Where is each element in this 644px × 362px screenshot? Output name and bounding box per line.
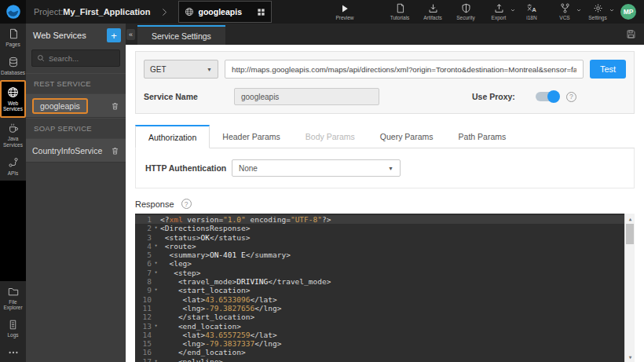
sidebar-item-logs[interactable]: Logs <box>0 315 26 342</box>
sidebar-item-apis[interactable]: APIs <box>0 152 26 181</box>
line-number: 10 <box>135 295 152 304</box>
security-icon <box>461 3 471 13</box>
line-number: 2 <box>135 224 152 232</box>
editor-line-9: 9▾ <start_location> <box>135 286 635 294</box>
fold-spacer <box>152 277 160 286</box>
editor-gutter: 13▾ <box>135 322 160 331</box>
trash-icon[interactable] <box>111 146 119 155</box>
fold-marker-icon[interactable]: ▾ <box>152 242 160 250</box>
service-name-field[interactable]: googleapis <box>234 88 379 105</box>
tab-service-settings[interactable]: Service Settings <box>137 25 225 45</box>
open-service-tab[interactable]: googleapis <box>178 1 272 23</box>
sidebar-item-label: Web Services <box>2 101 24 113</box>
editor-gutter: 5 <box>135 250 160 259</box>
sidebar-item-label: Logs <box>7 332 18 338</box>
response-help-icon[interactable]: ? <box>181 199 192 209</box>
http-auth-label: HTTP Authentication <box>145 163 232 173</box>
line-number: 17 <box>135 357 152 362</box>
editor-line-14: 14 <lat>43.6557259</lat> <box>135 331 635 339</box>
fold-marker-icon[interactable]: ▾ <box>152 224 160 232</box>
breadcrumb[interactable]: Project:My_First_Application <box>34 7 151 16</box>
breadcrumb-project-name: My_First_Application <box>63 7 150 16</box>
tab-body-params[interactable]: Body Params <box>293 125 368 148</box>
preview-button[interactable]: Preview <box>333 4 357 20</box>
test-button[interactable]: Test <box>590 60 626 79</box>
proxy-help-icon[interactable]: ? <box>566 92 576 102</box>
editor-line-7: 7▾ <step> <box>135 269 635 277</box>
globe-icon <box>7 86 19 98</box>
topbar-action-export[interactable]: Export <box>487 3 510 20</box>
topbar-action-artifacts[interactable]: Artifacts <box>421 3 445 20</box>
sidebar-item-more[interactable] <box>0 342 26 362</box>
tutorials-icon <box>395 3 405 13</box>
svg-text:A: A <box>532 6 536 13</box>
fold-spacer <box>152 331 160 339</box>
scroll-down-icon[interactable]: ▼ <box>625 353 635 361</box>
scroll-up-icon[interactable]: ▲ <box>625 214 635 223</box>
editor-line-5: 5 <summary>ON-401 E</summary> <box>135 250 635 259</box>
log-icon <box>8 320 18 330</box>
sidebar-item-web-services[interactable]: Web Services <box>0 80 26 119</box>
grid-icon[interactable] <box>257 8 265 16</box>
editor-gutter: 12 <box>135 313 160 321</box>
http-auth-select[interactable]: None ▼ <box>232 159 401 177</box>
code-text: <step> <box>160 269 200 277</box>
response-editor-code: 1<?xml version="1.0" encoding="UTF-8"?>2… <box>135 214 635 362</box>
tutorials-button[interactable]: Tutorials <box>388 3 412 20</box>
editor-scrollbar[interactable]: ▲ ▼ <box>624 214 635 362</box>
code-text: <lat>43.6533096</lat> <box>160 295 277 304</box>
request-url-input[interactable] <box>225 60 584 79</box>
scrollbar-thumb[interactable] <box>626 224 634 244</box>
fold-marker-icon[interactable]: ▾ <box>152 286 160 294</box>
export-icon <box>494 3 504 13</box>
fold-marker-icon[interactable]: ▾ <box>152 259 160 268</box>
topbar-action-security[interactable]: Security <box>454 3 478 20</box>
fold-spacer <box>152 295 160 304</box>
panel-title: Web Services <box>33 31 107 40</box>
service-search[interactable] <box>31 49 120 67</box>
avatar[interactable]: MP <box>620 4 636 20</box>
use-proxy-label: Use Proxy: <box>472 92 515 101</box>
editor-gutter: 16 <box>135 348 160 357</box>
sidebar-item-file-explorer[interactable]: File Explorer <box>0 281 26 316</box>
use-proxy-toggle[interactable] <box>536 92 559 101</box>
rail-spacer <box>0 181 26 281</box>
app-logo[interactable] <box>0 0 26 24</box>
service-item-googleapis[interactable]: googleapis <box>26 93 126 118</box>
sidebar-item-java-services[interactable]: Java Services <box>0 118 26 152</box>
line-number: 12 <box>135 313 152 321</box>
line-number: 13 <box>135 322 152 331</box>
line-number: 6 <box>135 259 152 268</box>
topbar-action-settings[interactable]: Settings <box>586 3 609 20</box>
tab-query-params[interactable]: Query Params <box>368 125 446 148</box>
collapse-panel-icon[interactable]: « <box>126 29 135 40</box>
tab-header-params[interactable]: Header Params <box>210 125 293 148</box>
fold-spacer <box>152 233 160 242</box>
sidebar-item-databases[interactable]: Databases <box>0 52 26 80</box>
add-service-button[interactable]: + <box>107 28 121 42</box>
request-form: GET ▼ Test Service Name googleapis Use P… <box>135 51 635 114</box>
fold-marker-icon[interactable]: ▾ <box>152 357 160 362</box>
fold-marker-icon[interactable]: ▾ <box>152 269 160 277</box>
web-services-panel: Web Services + REST SERVICEgoogleapisSOA… <box>26 24 126 362</box>
editor-line-12: 12 </start_location> <box>135 313 635 321</box>
trash-icon[interactable] <box>111 101 119 111</box>
authorization-panel: HTTP Authentication None ▼ <box>135 148 635 188</box>
sidebar-item-label: Databases <box>1 70 25 76</box>
service-search-input[interactable] <box>49 54 112 63</box>
topbar-action-label: Export <box>492 15 507 20</box>
sidebar-item-pages[interactable]: Pages <box>0 24 26 52</box>
topbar-action-i18n[interactable]: Ai18N <box>520 3 543 20</box>
tab-path-params[interactable]: Path Params <box>446 125 519 148</box>
service-item-countryinfoservice[interactable]: CountryInfoService <box>26 138 126 163</box>
chevron-right-icon <box>160 8 169 16</box>
line-number: 4 <box>135 242 152 250</box>
http-method-select[interactable]: GET ▼ <box>144 60 218 79</box>
tab-authorization[interactable]: Authorization <box>135 125 210 148</box>
response-editor[interactable]: 1<?xml version="1.0" encoding="UTF-8"?>2… <box>135 214 635 362</box>
topbar-action-vcs[interactable]: VCS <box>553 3 576 20</box>
save-icon[interactable] <box>626 29 636 39</box>
caret-down-icon <box>576 7 582 13</box>
fold-marker-icon[interactable]: ▾ <box>152 322 160 331</box>
editor-gutter: 4▾ <box>135 242 160 250</box>
